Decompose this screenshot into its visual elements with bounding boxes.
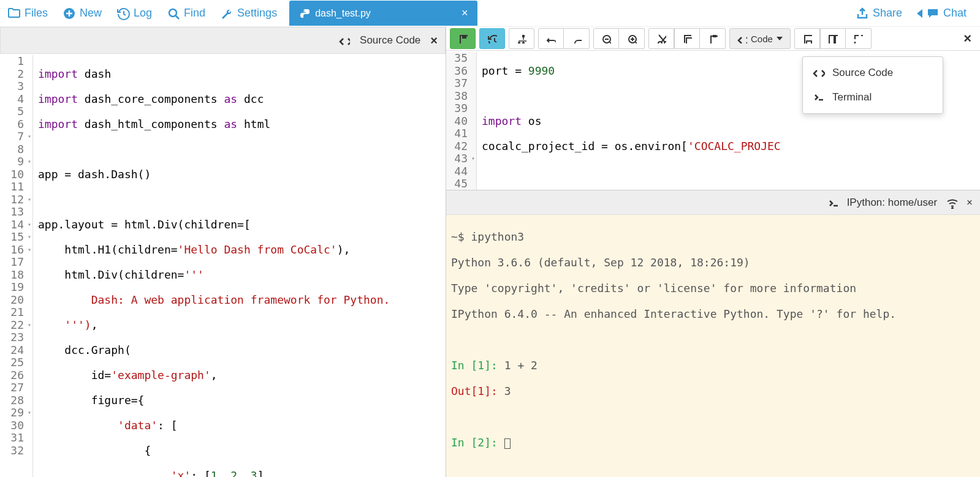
python-icon [299,8,310,19]
search-icon [167,7,180,20]
undo-icon [546,34,556,43]
terminal-line: ~$ ipython3 [451,230,975,243]
chat-icon [926,7,940,20]
copy-button[interactable] [674,28,700,49]
tab-close-icon[interactable]: × [462,7,468,20]
history-icon [116,7,130,20]
code-icon [339,35,350,46]
zoom-out-icon [601,34,611,43]
terminal-line [451,333,975,346]
sitemap-button[interactable] [509,28,534,49]
dropdown-item-label: Terminal [832,91,872,103]
terminal-header: IPython: home/user × [446,190,980,215]
wrench-icon [220,7,234,20]
right-gutter: 3536373839404142434445 [446,52,477,190]
timetravel-button[interactable] [479,28,505,49]
dropdown-item-label: Source Code [832,67,893,79]
top-toolbar: Files New Log Find Settings dash_test.py… [0,0,980,27]
new-button[interactable]: New [55,2,109,25]
copy-icon [682,34,692,43]
folder-icon [7,7,21,20]
code-dropdown-label: Code [751,34,773,44]
paste-button[interactable] [700,28,726,49]
plus-icon [63,7,76,20]
terminal-line: Out[1]: 3 [451,385,975,397]
redo-icon [572,34,582,43]
terminal-cursor [504,438,511,449]
left-panel-title: Source Code [360,34,420,47]
log-button[interactable]: Log [109,2,159,25]
code-dropdown-button[interactable]: Code [729,28,791,49]
settings-label: Settings [237,7,277,20]
expand-button[interactable] [846,28,872,49]
new-label: New [80,7,102,20]
zoom-out-button[interactable] [593,28,619,49]
terminal-line: Python 3.6.6 (default, Sep 12 2018, 18:2… [451,256,975,269]
code-icon [813,67,825,79]
left-panel-close-icon[interactable]: × [430,34,438,48]
left-pane: Source Code × 12345678910111213141516171… [0,27,446,477]
right-toolbar: Code × Source Code Terminal [446,27,980,51]
terminal-title: IPython: home/user [847,197,937,209]
redo-button[interactable] [564,28,590,49]
cut-icon [656,34,666,43]
terminal[interactable]: ~$ ipython3 Python 3.6.6 (default, Sep 1… [446,215,980,477]
history-icon [487,34,497,43]
save-button[interactable] [450,28,476,49]
terminal-icon [827,197,838,208]
zoom-in-button[interactable] [619,28,645,49]
find-button[interactable]: Find [159,2,213,25]
code-dropdown-menu: Source Code Terminal [802,56,943,114]
right-toolbar-close-icon[interactable]: × [959,31,976,47]
terminal-close-icon[interactable]: × [967,197,973,209]
share-icon [856,7,869,20]
terminal-line: In [1]: 1 + 2 [451,359,975,372]
left-editor[interactable]: 1234567891011121314151617181920212223242… [0,54,446,477]
caret-left-icon [917,9,922,18]
share-button[interactable]: Share [848,2,910,25]
share-label: Share [873,7,902,20]
undo-button[interactable] [538,28,564,49]
dropdown-source-code[interactable]: Source Code [803,61,943,85]
terminal-line: IPython 6.4.0 -- An enhanced Interactive… [451,307,975,320]
terminal-line [451,410,975,423]
chat-button[interactable]: Chat [910,2,974,25]
save-disk-button[interactable] [794,28,820,49]
terminal-line: In [2]: [451,436,975,449]
expand-icon [853,34,863,43]
sitemap-icon [517,34,526,43]
tab-dash-test[interactable]: dash_test.py × [289,1,477,26]
left-gutter: 1234567891011121314151617181920212223242… [0,55,33,477]
chat-label: Chat [943,7,967,20]
dropdown-terminal[interactable]: Terminal [803,85,943,110]
caret-down-icon [777,37,783,40]
split-button[interactable] [820,28,846,49]
files-label: Files [25,7,48,20]
zoom-in-icon [627,34,637,43]
log-label: Log [134,7,152,20]
wifi-icon[interactable] [946,197,958,209]
paste-icon [708,34,718,43]
left-panel-header: Source Code × [0,27,446,54]
cut-button[interactable] [648,28,674,49]
files-button[interactable]: Files [0,2,55,25]
left-code[interactable]: import dash import dash_core_components … [33,55,446,477]
terminal-line: Type 'copyright', 'credits' or 'license'… [451,282,975,295]
save-icon [458,34,468,43]
right-pane: Code × Source Code Terminal 353637383940… [446,27,980,477]
code-icon [737,34,747,43]
find-label: Find [184,7,205,20]
terminal-icon [813,91,825,103]
tab-title: dash_test.py [315,8,371,19]
split-icon [828,34,838,43]
disk-icon [802,34,812,43]
settings-button[interactable]: Settings [213,2,284,25]
